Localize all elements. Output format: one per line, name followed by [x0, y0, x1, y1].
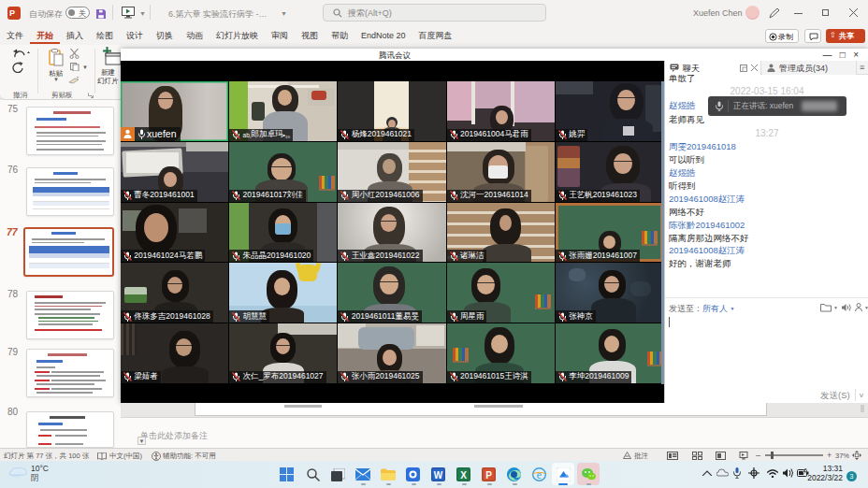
svg-text:W: W	[434, 470, 443, 481]
svg-text:e: e	[537, 468, 542, 481]
svg-text:P: P	[485, 470, 492, 481]
svg-text:X: X	[460, 470, 467, 481]
